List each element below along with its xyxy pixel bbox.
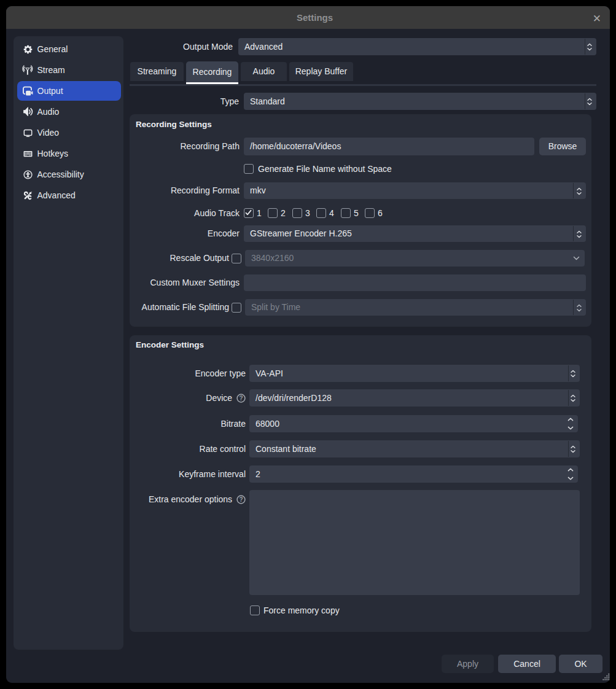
svg-text:?: ? <box>239 496 243 503</box>
svg-text:?: ? <box>239 395 243 402</box>
